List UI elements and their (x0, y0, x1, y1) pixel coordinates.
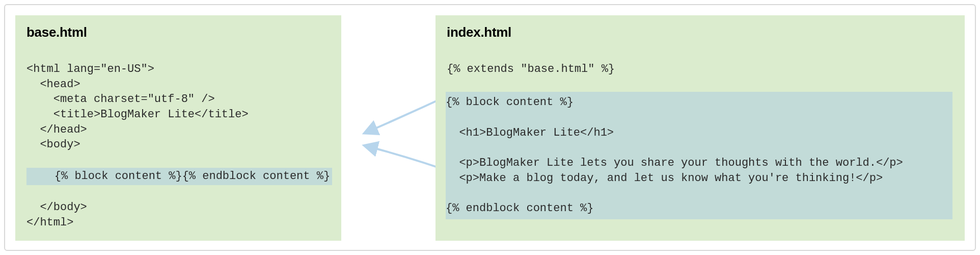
file-box-index: index.html {% extends "base.html" %} {% … (435, 15, 965, 241)
code-index-block-open: {% block content %} (446, 96, 574, 109)
file-title-index: index.html (447, 24, 954, 40)
file-title-base: base.html (26, 24, 330, 40)
code-index-block-inner: <h1>BlogMaker Lite</h1> <p>BlogMaker Lit… (446, 126, 903, 185)
code-index-block-close: {% endblock content %} (446, 202, 593, 215)
file-box-base: base.html <html lang="en-US"> <head> <me… (15, 15, 341, 241)
code-base-highlight: {% block content %}{% endblock content %… (26, 168, 332, 185)
diagram-container: base.html <html lang="en-US"> <head> <me… (4, 4, 976, 251)
code-base-before: <html lang="en-US"> <head> <meta charset… (26, 63, 249, 151)
code-base-after: </body> </html> (26, 201, 87, 229)
code-index-highlight-block: {% block content %} <h1>BlogMaker Lite</… (446, 92, 952, 219)
code-index-extends: {% extends "base.html" %} (447, 63, 615, 75)
code-base: <html lang="en-US"> <head> <meta charset… (26, 62, 330, 231)
code-index: {% extends "base.html" %} {% block conte… (447, 62, 954, 219)
